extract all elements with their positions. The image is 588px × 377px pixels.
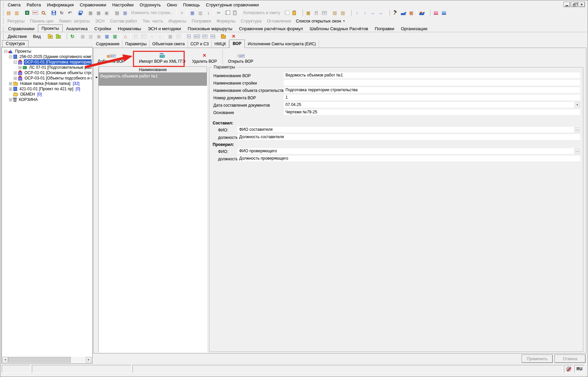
tree-item-label[interactable]: Проекты	[14, 49, 32, 54]
tree-item-label[interactable]: 421-01-01 [Проект по 421 пр]	[19, 86, 74, 92]
price-pr2-icon[interactable]: ПР	[140, 33, 148, 40]
panel-limit-zatraty[interactable]: Лимит. затраты	[56, 18, 93, 23]
tree-item-novaya-papka[interactable]: + Новая папка [Новая папка] [32]	[2, 81, 92, 86]
view-menu[interactable]: Вид	[30, 33, 44, 40]
data-sostavleniya-field[interactable]: 07.04.25▼	[284, 102, 580, 108]
tab-parametry[interactable]: Параметры	[122, 41, 150, 48]
panel-popravki[interactable]: Поправки	[189, 18, 214, 23]
composed-fio-browse-icon[interactable]: …	[575, 127, 580, 132]
toolbar-grip4[interactable]	[389, 10, 390, 16]
checked-fio-field[interactable]: ФИО проверяющего…	[237, 148, 580, 154]
paste-to-estimate-icon[interactable]	[290, 9, 298, 17]
import-vor-xml-button[interactable]: XMLГГЭ Импорт ВОР из XML ГГЭ	[136, 49, 189, 65]
tree-item-label-selected[interactable]: ОСР-01-01 [Подготовка территории строи	[24, 59, 92, 65]
add-vor-button[interactable]: ВОР Добавить ВОР	[94, 49, 128, 65]
tab-esn-i-metodiki[interactable]: ЭСН и методики	[145, 25, 184, 32]
tab-organizacii[interactable]: Организации	[397, 25, 431, 32]
cancel-button[interactable]: Отмена	[554, 355, 586, 363]
copy-to-estimate-icon[interactable]	[282, 9, 290, 17]
tree-item-osr-02-01[interactable]: + ОСР-02-01 [Основные объекты строитель	[2, 70, 92, 75]
tree-item-osr-01-01[interactable]: − ОСР-01-01 [Подготовка территории строи	[2, 59, 92, 65]
menu-nastroyki[interactable]: Настройки	[109, 2, 137, 8]
resources-icon[interactable]: ▦	[304, 9, 312, 17]
naimenovanie-obekta-field[interactable]: Подготовка территории строительства	[284, 87, 580, 93]
level-left2-icon[interactable]: ←	[377, 9, 385, 17]
insert-row-icon[interactable]: ▦	[87, 9, 95, 17]
comment-icon[interactable]: ▣	[103, 9, 111, 17]
osnovanie-field[interactable]: Чертежи №79-25	[284, 109, 580, 115]
tree-expand-toggle[interactable]: +	[14, 77, 17, 80]
close-button[interactable]: ×	[578, 2, 585, 7]
estimate-book-icon[interactable]: ▦	[111, 33, 119, 40]
tree-structure-icon[interactable]: ▤	[5, 9, 13, 17]
tree-item-label[interactable]: Новая папка [Новая папка]	[19, 81, 71, 86]
menu-pomosch[interactable]: Помощь	[180, 2, 203, 8]
project-grip2[interactable]	[66, 33, 67, 39]
menu-okno[interactable]: Окно	[164, 2, 180, 8]
tree-expand-toggle[interactable]: +	[9, 98, 12, 101]
restore-button[interactable]	[571, 2, 578, 7]
language-indicator[interactable]: RU	[574, 365, 585, 373]
collapse-folder-icon[interactable]: −	[54, 33, 62, 40]
scroll-left-icon[interactable]: ◄	[2, 357, 8, 363]
panel-teh-chast[interactable]: Тех. часть	[140, 18, 166, 23]
tree-expand-toggle[interactable]: +	[14, 71, 17, 74]
tab-shablony-svodnyh[interactable]: Шаблоны Сводных Расчётов	[306, 25, 371, 32]
tab-ispolnenie-smety[interactable]: Исполнение Сметы контракта (ЕИС)	[245, 41, 319, 48]
delivery-truck-icon[interactable]	[418, 9, 426, 17]
add-object-icon[interactable]: ▦	[79, 33, 87, 40]
vor-list-row-selected[interactable]: Ведомость объемов работ №1	[99, 73, 207, 86]
refresh-icon[interactable]: ↻	[58, 9, 66, 17]
tab-soderzhanie[interactable]: Содержание	[93, 41, 122, 48]
panel-formuly[interactable]: Формулы	[214, 18, 238, 23]
apply-button[interactable]: Применить	[522, 355, 553, 363]
panels-grip[interactable]	[2, 18, 3, 24]
expand-folder-icon[interactable]: +	[46, 33, 54, 40]
tree-item-label[interactable]: ОСР-02-01 [Основные объекты строитель	[24, 70, 92, 75]
pdf-export-icon[interactable]: PDF	[31, 9, 39, 17]
calculator-icon[interactable]: ▦	[188, 9, 196, 17]
tab-popravki[interactable]: Поправки	[371, 25, 397, 32]
save-icon[interactable]	[50, 9, 58, 17]
menu-rabota[interactable]: Работа	[23, 2, 44, 8]
undo-icon[interactable]: ↶	[66, 9, 74, 17]
scrollbar-track[interactable]	[8, 357, 86, 363]
tree-item-256-02-2025[interactable]: − 256-02-2025 [Здание спортивного компле…	[2, 54, 92, 59]
filter-remove-icon[interactable]: ▤	[339, 9, 347, 17]
document-icon[interactable]: ▣	[95, 33, 103, 40]
panel-struktura[interactable]: Структура	[238, 18, 264, 23]
date-dropdown-icon[interactable]: ▼	[575, 102, 580, 107]
copy-icon[interactable]	[223, 9, 231, 17]
price-p2-icon[interactable]: P	[132, 33, 140, 40]
house-edit-icon[interactable]: ⌂	[121, 33, 129, 40]
tab-struktura[interactable]: Структура	[2, 40, 29, 47]
delete-vor-button[interactable]: ✕ Удалить ВОР	[189, 49, 220, 65]
panel-esn[interactable]: ЭСН	[93, 18, 107, 23]
tree-insert-icon[interactable]: ▥	[13, 9, 21, 17]
naimenovanie-stroyki-field[interactable]	[284, 80, 580, 86]
print-icon[interactable]: ▤	[113, 9, 121, 17]
index-fz-icon[interactable]: ФЗ	[209, 33, 217, 40]
tab-spravochnik-formul[interactable]: Справочник расчётных формул	[236, 25, 307, 32]
menu-spravochniki[interactable]: Справочники	[77, 2, 109, 8]
copy-structure-icon[interactable]: ▦	[121, 9, 129, 17]
level-up-icon[interactable]: ↑	[353, 9, 361, 17]
tree-item-osr-03-01[interactable]: + ОСР-03-01 [Объекты подсобного и обслуж	[2, 75, 92, 81]
minimize-button[interactable]	[564, 2, 570, 7]
menu-strukturnye-spravochniki[interactable]: Структурные справочники	[203, 2, 262, 8]
object-list-icon[interactable]: ▥	[87, 33, 95, 40]
paste-icon[interactable]	[231, 9, 239, 17]
tree-item-obmen[interactable]: ОБМЕН [0]	[2, 92, 92, 97]
panel-oglavlenie[interactable]: Оглавление	[264, 18, 294, 23]
vor-list-header[interactable]: Наименование	[99, 66, 207, 73]
document-transfer-icon[interactable]: ▥	[196, 9, 204, 17]
level-left-icon[interactable]: ←	[369, 9, 377, 17]
scrollbar-thumb[interactable]	[8, 357, 71, 363]
composed-post-field[interactable]: Должность составителя	[237, 134, 580, 140]
index-m23-icon[interactable]: М23	[193, 33, 201, 40]
nav-grip[interactable]	[2, 26, 3, 32]
tab-normativy[interactable]: Нормативы	[114, 25, 144, 32]
panel-indeksy[interactable]: Индексы	[166, 18, 189, 23]
menu-smeta[interactable]: Смета	[5, 2, 23, 8]
open-windows-dropdown[interactable]: Список открытых окон ▼	[294, 18, 347, 23]
